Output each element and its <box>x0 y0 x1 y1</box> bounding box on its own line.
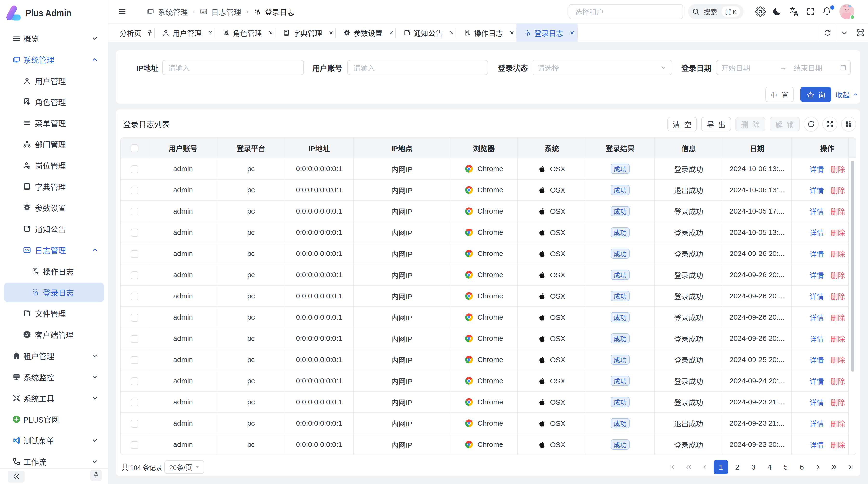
svg-text:DEV: DEV <box>25 249 29 251</box>
svg-text:A: A <box>794 10 798 17</box>
svg-text:DEV: DEV <box>202 10 206 13</box>
